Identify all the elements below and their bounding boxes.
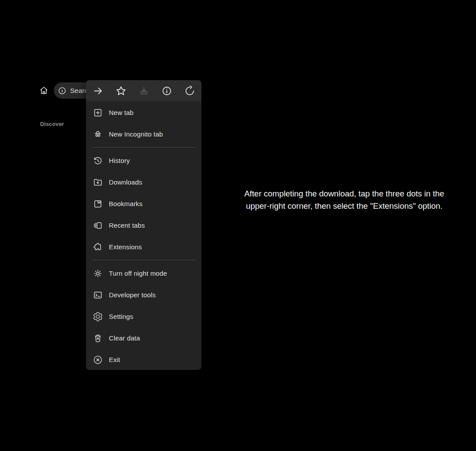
star-bookmark-icon bbox=[115, 85, 127, 97]
exit-icon bbox=[93, 355, 103, 365]
developer-tools-icon bbox=[93, 290, 103, 300]
page-info-button[interactable] bbox=[160, 85, 173, 97]
menu-item-settings[interactable]: Settings bbox=[86, 306, 201, 327]
menu-item-label: Bookmarks bbox=[109, 200, 142, 207]
menu-item-turn-off-night-mode[interactable]: Turn off night mode bbox=[86, 262, 201, 284]
menu-item-label: Downloads bbox=[109, 178, 142, 186]
menu-item-label: New tab bbox=[109, 109, 134, 116]
clear-data-trash-icon bbox=[93, 333, 103, 344]
menu-item-label: Settings bbox=[109, 313, 133, 320]
home-button[interactable] bbox=[38, 85, 49, 96]
info-icon bbox=[161, 85, 172, 96]
forward-icon bbox=[93, 85, 104, 96]
new-tab-icon bbox=[93, 107, 103, 118]
menu-item-bookmarks[interactable]: Bookmarks bbox=[86, 193, 201, 214]
menu-item-new-incognito-tab[interactable]: New Incognito tab bbox=[86, 123, 201, 145]
settings-gear-icon bbox=[93, 311, 103, 322]
menu-list: New tab New Incognito tab bbox=[86, 101, 201, 370]
sun-icon bbox=[93, 268, 103, 279]
menu-item-label: Developer tools bbox=[109, 291, 156, 299]
browser-menu: New tab New Incognito tab bbox=[86, 80, 201, 370]
instruction-line-2: upper-right corner, then select the "Ext… bbox=[229, 200, 459, 212]
save-offline-icon bbox=[138, 85, 149, 96]
menu-item-label: Recent tabs bbox=[109, 222, 145, 229]
menu-item-extensions[interactable]: Extensions bbox=[86, 236, 201, 258]
save-offline-button bbox=[138, 85, 150, 97]
menu-item-recent-tabs[interactable]: Recent tabs bbox=[86, 214, 201, 236]
instruction-caption: After completing the download, tap the t… bbox=[229, 188, 459, 212]
menu-toolbar bbox=[86, 80, 201, 101]
instruction-line-1: After completing the download, tap the t… bbox=[229, 188, 459, 200]
menu-item-label: Extensions bbox=[109, 243, 142, 251]
menu-item-developer-tools[interactable]: Developer tools bbox=[86, 284, 201, 306]
menu-item-label: Turn off night mode bbox=[109, 270, 167, 277]
incognito-icon bbox=[93, 129, 103, 140]
bookmarks-icon bbox=[93, 199, 103, 209]
downloads-folder-icon bbox=[93, 177, 103, 188]
refresh-icon bbox=[184, 85, 195, 96]
extensions-puzzle-icon bbox=[93, 242, 103, 252]
menu-item-new-tab[interactable]: New tab bbox=[86, 102, 201, 123]
home-icon bbox=[39, 85, 49, 96]
menu-item-label: Exit bbox=[109, 356, 120, 363]
history-icon bbox=[93, 155, 103, 166]
menu-item-label: Clear data bbox=[109, 334, 140, 342]
bookmark-this-page-button[interactable] bbox=[115, 85, 127, 97]
recent-tabs-icon bbox=[93, 220, 103, 231]
menu-item-history[interactable]: History bbox=[86, 150, 201, 171]
menu-divider bbox=[93, 260, 196, 260]
menu-item-exit[interactable]: Exit bbox=[86, 349, 201, 370]
forward-button[interactable] bbox=[92, 85, 104, 97]
menu-item-label: History bbox=[109, 157, 130, 164]
menu-item-clear-data[interactable]: Clear data bbox=[86, 327, 201, 349]
menu-item-label: New Incognito tab bbox=[109, 130, 163, 138]
info-icon bbox=[58, 86, 67, 95]
menu-divider bbox=[93, 147, 196, 148]
discover-label: Discover bbox=[40, 121, 64, 127]
menu-item-downloads[interactable]: Downloads bbox=[86, 171, 201, 193]
refresh-button[interactable] bbox=[183, 85, 196, 97]
